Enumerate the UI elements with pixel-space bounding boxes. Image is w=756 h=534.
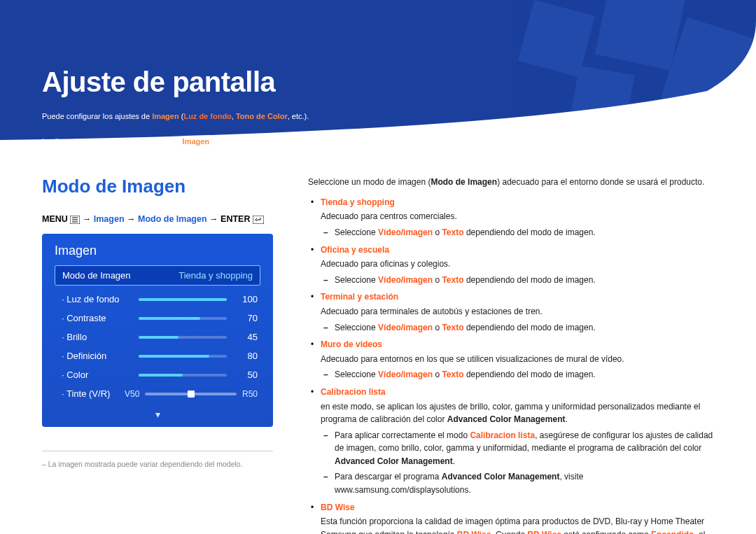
- mode-desc: Adecuado para centros comerciales.: [321, 210, 714, 223]
- mode-sub-item: Para descargar el programa Advanced Colo…: [321, 470, 714, 496]
- osd-tint-row[interactable]: · Tinte (V/R) V50 R50: [55, 384, 260, 403]
- mode-desc: Esta función proporciona la calidad de i…: [321, 515, 714, 534]
- menu-icon: [70, 216, 80, 224]
- mode-sub-item: Seleccione Vídeo/imagen o Texto dependie…: [321, 321, 714, 335]
- mode-item: BD WiseEsta función proporciona la calid…: [308, 501, 714, 534]
- mode-sub-item: Seleccione Vídeo/imagen o Texto dependie…: [321, 368, 714, 381]
- mode-desc: Adecuado para terminales de autobús y es…: [321, 305, 714, 318]
- mode-name: Oficina y escuela: [321, 244, 714, 257]
- mode-desc: Adecuado para entornos en los que se uti…: [321, 353, 714, 366]
- osd-scroll-down-icon[interactable]: ▾: [55, 403, 260, 420]
- mode-desc: en este modo, se aplican los ajustes de …: [321, 400, 714, 426]
- osd-selected-value: Tienda y shopping: [178, 270, 253, 281]
- page-title: Ajuste de pantalla: [42, 66, 714, 98]
- mode-name: Tienda y shopping: [321, 196, 714, 209]
- mode-name: Terminal y estación: [321, 290, 714, 304]
- osd-selected-row[interactable]: Modo de Imagen Tienda y shopping: [55, 265, 260, 286]
- mode-item: Tienda y shoppingAdecuado para centros c…: [308, 196, 714, 239]
- mode-sub-item: Para aplicar correctamente el modo Calib…: [321, 429, 714, 468]
- hero-desc-1: Puede configurar los ajustes de Imagen (…: [42, 111, 714, 123]
- content-column: Seleccione un modo de imagen (Modo de Im…: [308, 176, 714, 534]
- mode-item: Terminal y estaciónAdecuado para termina…: [308, 290, 714, 334]
- osd-slider-row[interactable]: · Luz de fondo100: [55, 290, 260, 309]
- osd-slider-row[interactable]: · Color50: [55, 365, 260, 384]
- osd-slider-row[interactable]: · Definición80: [55, 346, 260, 365]
- mode-name: Muro de videos: [321, 338, 714, 351]
- mode-name: BD Wise: [321, 501, 714, 514]
- osd-slider-row[interactable]: · Brillo45: [55, 328, 260, 346]
- mode-sub-item: Seleccione Vídeo/imagen o Texto dependie…: [321, 226, 714, 239]
- mode-item: Calibracion listaen este modo, se aplica…: [308, 386, 714, 497]
- osd-panel: Imagen Modo de Imagen Tienda y shopping …: [42, 234, 273, 427]
- osd-title: Imagen: [55, 244, 260, 258]
- menu-path: MENU → Imagen → Modo de Imagen → ENTER: [42, 214, 273, 224]
- mode-desc: Adecuado para oficinas y colegios.: [321, 258, 714, 271]
- mode-sub-item: Seleccione Vídeo/imagen o Texto dependie…: [321, 274, 714, 287]
- enter-icon: [253, 216, 264, 224]
- mode-item: Oficina y escuelaAdecuado para oficinas …: [308, 244, 714, 287]
- osd-selected-label: Modo de Imagen: [62, 270, 131, 281]
- footnote: – La imagen mostrada puede variar depend…: [42, 460, 273, 468]
- hero-desc-2: La disposición de las opciones del menú …: [42, 136, 714, 148]
- mode-name: Calibracion lista: [321, 386, 714, 399]
- mode-item: Muro de videosAdecuado para entornos en …: [308, 338, 714, 381]
- section-title: Modo de Imagen: [42, 176, 273, 197]
- osd-slider-row[interactable]: · Contraste70: [55, 309, 260, 328]
- intro-text: Seleccione un modo de imagen (Modo de Im…: [308, 176, 714, 189]
- separator: [42, 451, 273, 451]
